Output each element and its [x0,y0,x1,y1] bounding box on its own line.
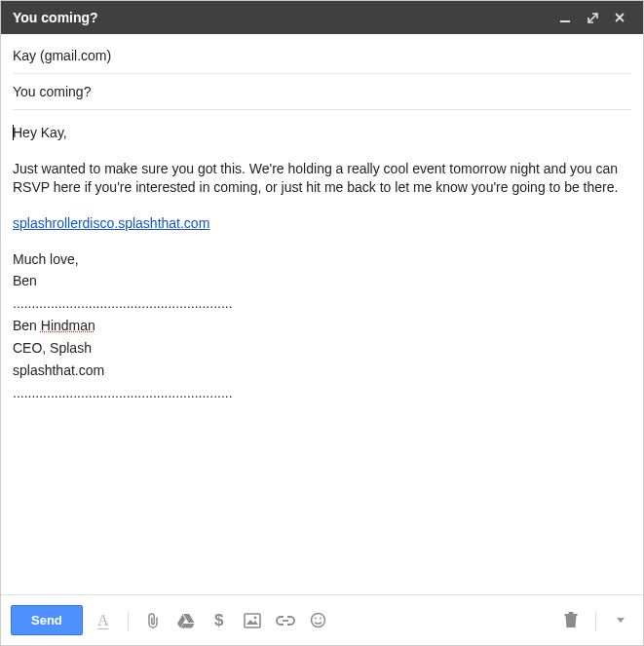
signature-divider-top: ........................................… [13,294,631,313]
header-fields: Kay (gmail.com) You coming? [1,34,643,110]
body-greeting: Hey Kay, [13,125,67,140]
subject-field[interactable]: You coming? [13,74,631,110]
to-field[interactable]: Kay (gmail.com) [13,38,631,74]
titlebar[interactable]: You coming? [1,1,643,34]
to-value: Kay (gmail.com) [13,48,111,63]
svg-point-4 [315,618,317,620]
signature-name: Ben Hindman [13,317,631,335]
svg-point-5 [320,618,322,620]
photo-icon[interactable] [240,608,265,633]
svg-point-3 [312,614,325,627]
trash-icon[interactable] [558,608,584,633]
svg-rect-1 [245,614,260,627]
minimize-icon[interactable] [553,6,577,29]
attach-icon[interactable] [140,608,166,633]
svg-point-2 [253,616,256,619]
money-icon[interactable]: $ [207,608,232,633]
body-link[interactable]: splashrollerdisco.splashthat.com [13,215,209,231]
compose-toolbar: Send A $ [1,594,643,645]
body-closing-1: Much love, [13,250,631,269]
divider [595,611,596,630]
subject-value: You coming? [13,84,91,99]
more-options-icon[interactable] [608,608,633,633]
divider [128,611,129,630]
link-icon[interactable] [273,608,298,633]
svg-rect-7 [569,612,574,614]
compose-window: You coming? Kay (gmail.com) You coming? … [0,0,644,646]
svg-rect-0 [560,20,570,22]
drive-icon[interactable] [173,608,199,633]
emoji-icon[interactable] [306,608,331,633]
body-paragraph-1: Just wanted to make sure you got this. W… [13,160,631,197]
body-closing-2: Ben [13,272,631,290]
window-title: You coming? [13,10,549,25]
formatting-icon[interactable]: A [91,608,116,633]
signature-title: CEO, Splash [13,339,631,358]
signature-site: splashthat.com [13,361,631,380]
message-body[interactable]: Hey Kay, Just wanted to make sure you go… [1,110,643,594]
signature-divider-bottom: ........................................… [13,384,631,402]
send-button[interactable]: Send [11,605,83,635]
close-icon[interactable] [608,6,631,29]
popout-icon[interactable] [581,6,604,29]
